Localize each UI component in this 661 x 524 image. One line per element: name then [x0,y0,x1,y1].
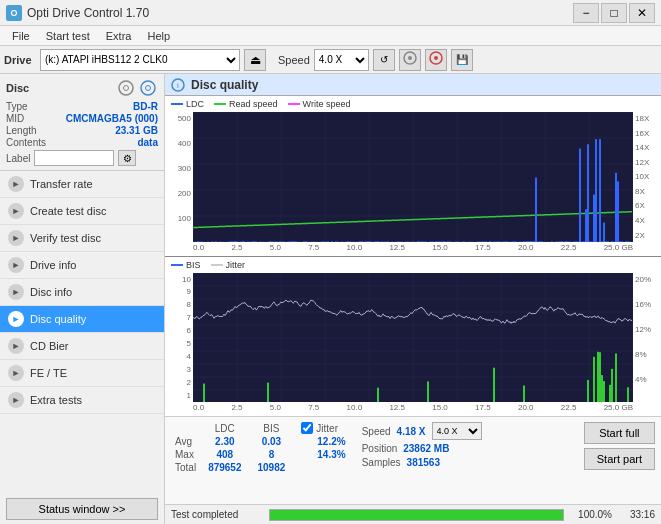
speed-value: 4.18 X [397,426,426,437]
nav-icon-create-test-disc: ► [8,203,24,219]
nav-fe-te[interactable]: ► FE / TE [0,360,164,387]
jitter-checkbox[interactable] [301,422,313,434]
nav-icon-extra-tests: ► [8,392,24,408]
charts-area: LDC Read speed Write speed [165,96,661,416]
stats-header-bis: BIS [250,422,294,435]
disc-section-title: Disc [6,82,29,94]
nav-transfer-rate[interactable]: ► Transfer rate [0,171,164,198]
start-buttons: Start full Start part [584,422,655,470]
nav-disc-quality[interactable]: ► Disc quality [0,306,164,333]
menu-extra[interactable]: Extra [98,28,140,44]
jitter-label: Jitter [316,423,338,434]
nav-disc-info[interactable]: ► Disc info [0,279,164,306]
nav-label-disc-quality: Disc quality [30,313,86,325]
bottom-y-right: 20% 16% 12% 8% 4% [633,273,661,403]
eject-button[interactable]: ⏏ [244,49,266,71]
top-y-right: 18X 16X 14X 12X 10X 8X 6X 4X 2X [633,112,661,242]
speed-label: Speed [362,426,391,437]
samples-label: Samples [362,457,401,468]
nav-icon-disc-info: ► [8,284,24,300]
svg-point-6 [141,81,155,95]
nav-label-cd-bier: CD Bier [30,340,69,352]
nav-icon-verify-test-disc: ► [8,230,24,246]
position-value: 23862 MB [403,443,449,454]
speed-dropdown[interactable]: 4.0 X [432,422,482,440]
top-chart-legend: LDC Read speed Write speed [165,96,661,112]
nav-label-disc-info: Disc info [30,286,72,298]
disc-length-label: Length [6,125,37,136]
nav-icon-cd-bier: ► [8,338,24,354]
content-area: i Disc quality LDC Read [165,74,661,524]
speed-label: Speed [278,54,310,66]
main-content: Disc Type BD-R MID C [0,74,661,524]
disc-button-2[interactable] [425,49,447,71]
drive-select[interactable]: (k:) ATAPI iHBS112 2 CLK0 [40,49,240,71]
stats-avg-bis: 0.03 [250,435,294,448]
nav-label-drive-info: Drive info [30,259,76,271]
disc-mid-label: MID [6,113,24,124]
save-button[interactable]: 💾 [451,49,473,71]
disc-mid-value: CMCMAGBA5 (000) [66,113,158,124]
bottom-chart-container: BIS Jitter 10 9 8 [165,257,661,417]
position-label: Position [362,443,398,454]
top-x-labels: 0.0 2.5 5.0 7.5 10.0 12.5 15.0 17.5 20.0… [165,242,661,256]
nav-drive-info[interactable]: ► Drive info [0,252,164,279]
stats-header-ldc: LDC [200,422,249,435]
disc-icon-cd [116,78,136,98]
disc-contents-value: data [137,137,158,148]
menu-help[interactable]: Help [139,28,178,44]
disc-label-input[interactable] [34,150,114,166]
bottom-chart-body: 10 9 8 7 6 5 4 3 2 1 [165,273,661,403]
nav-cd-bier[interactable]: ► CD Bier [0,333,164,360]
speed-section: Speed 4.18 X 4.0 X Position 23862 MB Sam… [362,422,482,468]
menu-start-test[interactable]: Start test [38,28,98,44]
stats-max-ldc: 408 [200,448,249,461]
status-window-button[interactable]: Status window >> [6,498,158,520]
maximize-button[interactable]: □ [601,3,627,23]
legend-write-speed: Write speed [303,99,351,109]
disc-button-1[interactable] [399,49,421,71]
drive-label: Drive [4,54,36,66]
disc-type-value: BD-R [133,101,158,112]
drive-toolbar: Drive (k:) ATAPI iHBS112 2 CLK0 ⏏ Speed … [0,46,661,74]
quality-title: Disc quality [191,78,258,92]
progress-track [269,509,564,521]
progress-fill [270,510,563,520]
bottom-chart-canvas [193,273,633,403]
quality-icon: i [171,78,185,92]
bottom-y-left: 10 9 8 7 6 5 4 3 2 1 [165,273,193,403]
quality-header: i Disc quality [165,74,661,96]
legend-bis: BIS [186,260,201,270]
stats-bar: LDC BIS Avg 2.30 0.03 Max 408 8 Total [165,416,661,504]
nav-label-fe-te: FE / TE [30,367,67,379]
start-part-button[interactable]: Start part [584,448,655,470]
bottom-x-labels: 0.0 2.5 5.0 7.5 10.0 12.5 15.0 17.5 20.0… [165,402,661,416]
menubar: File Start test Extra Help [0,26,661,46]
nav-icon-transfer-rate: ► [8,176,24,192]
disc-label-btn[interactable]: ⚙ [118,150,136,166]
nav-icon-fe-te: ► [8,365,24,381]
close-button[interactable]: ✕ [629,3,655,23]
refresh-button[interactable]: ↺ [373,49,395,71]
sidebar: Disc Type BD-R MID C [0,74,165,524]
nav-create-test-disc[interactable]: ► Create test disc [0,198,164,225]
nav-label-create-test-disc: Create test disc [30,205,106,217]
nav-extra-tests[interactable]: ► Extra tests [0,387,164,414]
nav-label-verify-test-disc: Verify test disc [30,232,101,244]
menu-file[interactable]: File [4,28,38,44]
bottom-chart-legend: BIS Jitter [165,257,661,273]
speed-select[interactable]: 4.0 X [314,49,369,71]
nav-icon-disc-quality: ► [8,311,24,327]
progress-bar-row: Test completed 100.0% 33:16 [165,504,661,524]
minimize-button[interactable]: − [573,3,599,23]
nav-label-extra-tests: Extra tests [30,394,82,406]
jitter-avg: 12.2% [317,436,345,447]
stats-total-label: Total [171,461,200,474]
top-chart-container: LDC Read speed Write speed [165,96,661,257]
start-full-button[interactable]: Start full [584,422,655,444]
stats-table: LDC BIS Avg 2.30 0.03 Max 408 8 Total [171,422,293,474]
nav-verify-test-disc[interactable]: ► Verify test disc [0,225,164,252]
svg-point-4 [119,81,133,95]
top-chart-body: 500 400 300 200 100 18 [165,112,661,242]
app-icon: O [6,5,22,21]
